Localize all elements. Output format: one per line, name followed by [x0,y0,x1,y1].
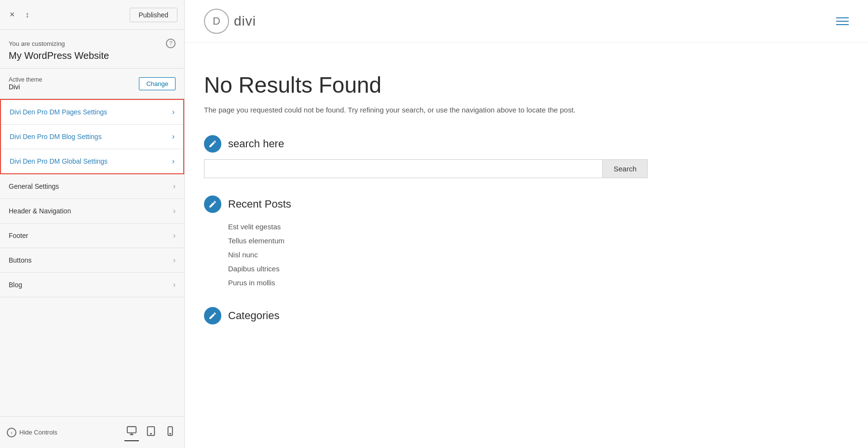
list-item[interactable]: Purus in mollis [228,276,648,290]
recent-posts-widget-title: Recent Posts [228,198,291,210]
recent-posts-edit-icon[interactable] [204,196,221,213]
menu-item-header-navigation[interactable]: Header & Navigation › [0,199,184,224]
customizing-label: You are customizing ? [9,39,176,48]
recent-posts-list: Est velit egestas Tellus elementum Nisl … [228,220,648,290]
recent-posts-widget: Recent Posts Est velit egestas Tellus el… [204,196,648,290]
logo-text: divi [234,14,256,29]
search-edit-icon[interactable] [204,135,221,153]
site-header: D divi [185,0,868,43]
hide-controls-icon: ‹ [7,428,16,437]
customizing-section: You are customizing ? My WordPress Websi… [0,30,184,69]
help-icon[interactable]: ? [166,39,176,48]
categories-widget-header: Categories [204,307,648,324]
recent-posts-widget-header: Recent Posts [204,196,648,213]
svg-rect-0 [127,427,136,433]
hamburger-menu-icon[interactable] [836,17,849,25]
svg-point-2 [150,434,151,434]
chevron-right-icon: › [172,132,175,141]
device-icons [124,423,177,441]
menu-item-pages-settings[interactable]: Divi Den Pro DM Pages Settings › [1,100,183,125]
svg-point-4 [170,434,171,434]
no-results-title: No Results Found [204,72,648,98]
theme-label: Active theme [9,76,42,83]
desktop-icon[interactable] [124,423,139,441]
search-input[interactable] [204,159,602,178]
search-button[interactable]: Search [602,159,648,178]
list-item[interactable]: Nisl nunc [228,248,648,262]
close-button[interactable]: × [7,7,18,23]
main-content: No Results Found The page you requested … [185,43,667,361]
menu-item-general-settings[interactable]: General Settings › [0,174,184,199]
chevron-right-icon: › [173,256,176,265]
list-item[interactable]: Est velit egestas [228,220,648,234]
sort-button[interactable]: ↕ [23,8,32,22]
theme-section: Active theme Divi Change [0,69,184,99]
search-widget: search here Search [204,135,648,178]
chevron-right-icon: › [173,207,176,215]
menu-item-global-settings[interactable]: Divi Den Pro DM Global Settings › [1,149,183,173]
logo-circle: D [204,9,229,34]
top-bar: × ↕ Published [0,0,184,30]
menu-item-footer[interactable]: Footer › [0,224,184,248]
chevron-right-icon: › [173,280,176,289]
customizer-panel: × ↕ Published You are customizing ? My W… [0,0,185,448]
theme-info: Active theme Divi [9,76,42,91]
site-name: My WordPress Website [9,50,176,61]
change-theme-button[interactable]: Change [139,77,176,90]
highlighted-block: Divi Den Pro DM Pages Settings › Divi De… [0,99,184,174]
search-bar-row: Search [204,159,648,178]
menu-item-blog-settings[interactable]: Divi Den Pro DM Blog Settings › [1,125,183,149]
categories-widget: Categories [204,307,648,324]
hide-controls-button[interactable]: ‹ Hide Controls [7,428,57,437]
menu-items: Divi Den Pro DM Pages Settings › Divi De… [0,99,184,416]
tablet-icon[interactable] [144,423,158,441]
chevron-right-icon: › [173,231,176,240]
chevron-right-icon: › [172,108,175,116]
categories-widget-title: Categories [228,309,279,322]
no-results-description: The page you requested could not be foun… [204,105,648,116]
categories-edit-icon[interactable] [204,307,221,324]
preview-panel: D divi No Results Found The page you req… [185,0,868,448]
menu-item-blog[interactable]: Blog › [0,273,184,297]
mobile-icon[interactable] [163,423,177,441]
list-item[interactable]: Tellus elementum [228,234,648,248]
site-logo: D divi [204,9,256,34]
search-widget-header: search here [204,135,648,153]
chevron-right-icon: › [173,182,176,191]
chevron-right-icon: › [172,157,175,166]
theme-name: Divi [9,83,42,91]
list-item[interactable]: Dapibus ultrices [228,262,648,276]
search-widget-title: search here [228,138,284,150]
bottom-bar: ‹ Hide Controls [0,416,184,448]
published-button[interactable]: Published [130,8,178,22]
menu-item-buttons[interactable]: Buttons › [0,248,184,273]
